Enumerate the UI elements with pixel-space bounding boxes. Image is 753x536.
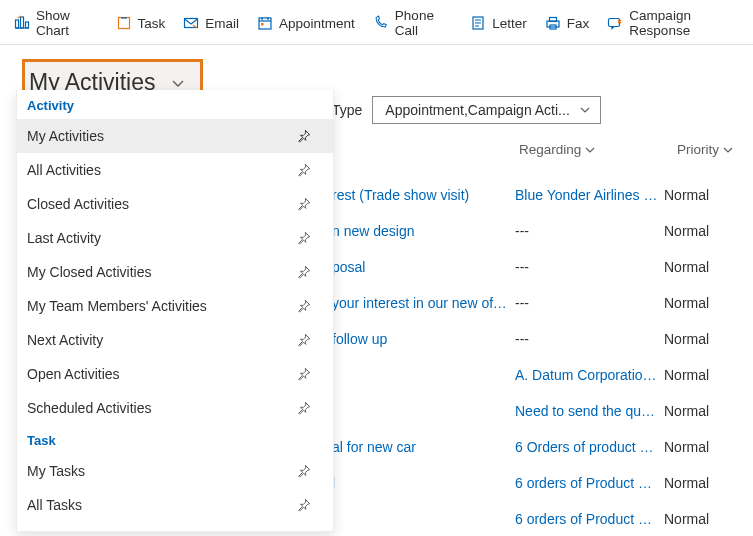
- cell-subject[interactable]: follow up: [332, 331, 515, 347]
- cell-regarding[interactable]: 6 orders of Product SKU .: [515, 511, 664, 527]
- command-bar: Show Chart Task Email Appointment Phone …: [0, 0, 753, 45]
- toolbar-label: Letter: [492, 16, 527, 31]
- table-row[interactable]: follow up---Normal: [332, 320, 741, 356]
- dropdown-item[interactable]: Next Activity: [17, 323, 333, 357]
- campaign-icon: [607, 15, 623, 31]
- dropdown-item-label: My Tasks: [27, 463, 85, 479]
- cell-subject[interactable]: your interest in our new offerings: [332, 295, 515, 311]
- appointment-button[interactable]: Appointment: [257, 15, 355, 31]
- cell-subject[interactable]: n new design: [332, 223, 515, 239]
- svg-rect-5: [259, 18, 271, 29]
- type-filter-value: Appointment,Campaign Acti...: [385, 102, 569, 118]
- cell-regarding[interactable]: A. Datum Corporation (sa: [515, 367, 664, 383]
- dropdown-item[interactable]: My Team Members' Activities: [17, 289, 333, 323]
- fax-button[interactable]: Fax: [545, 15, 590, 31]
- cell-regarding[interactable]: ---: [515, 295, 664, 311]
- chart-icon: [14, 15, 30, 31]
- chevron-down-icon: [723, 145, 733, 155]
- cell-regarding[interactable]: 6 Orders of product sku J: [515, 439, 664, 455]
- pin-icon: [297, 197, 311, 211]
- task-button[interactable]: Task: [116, 15, 166, 31]
- letter-icon: [470, 15, 486, 31]
- dropdown-item[interactable]: My Tasks: [17, 454, 333, 488]
- cell-priority: Normal: [664, 475, 724, 491]
- calendar-icon: [257, 15, 273, 31]
- table-row[interactable]: 6 orders of Product SKU .Normal: [332, 500, 741, 536]
- svg-rect-6: [261, 23, 264, 26]
- column-header-priority[interactable]: Priority: [677, 142, 733, 157]
- cell-priority: Normal: [664, 187, 724, 203]
- cell-subject[interactable]: posal: [332, 259, 515, 275]
- type-filter-label: Type: [332, 102, 362, 118]
- cell-regarding[interactable]: ---: [515, 223, 664, 239]
- dropdown-item-label: Open Activities: [27, 366, 120, 382]
- view-dropdown-scroll[interactable]: ActivityMy ActivitiesAll ActivitiesClose…: [17, 90, 333, 531]
- toolbar-label: Show Chart: [36, 8, 98, 38]
- chevron-down-icon: [170, 75, 186, 91]
- table-row[interactable]: n new design---Normal: [332, 212, 741, 248]
- chevron-down-icon: [580, 105, 590, 115]
- cell-regarding[interactable]: Need to send the quotati: [515, 403, 664, 419]
- dropdown-item[interactable]: All Activities: [17, 153, 333, 187]
- cell-subject[interactable]: rest (Trade show visit): [332, 187, 515, 203]
- svg-rect-2: [26, 22, 29, 28]
- pin-icon: [297, 401, 311, 415]
- column-header-label: Priority: [677, 142, 719, 157]
- svg-rect-3: [118, 18, 129, 29]
- dropdown-item[interactable]: All Tasks: [17, 488, 333, 522]
- dropdown-section-header: Phone Call: [17, 522, 333, 531]
- cell-priority: Normal: [664, 295, 724, 311]
- table-row[interactable]: Need to send the quotatiNormal: [332, 392, 741, 428]
- pin-icon: [297, 129, 311, 143]
- letter-button[interactable]: Letter: [470, 15, 527, 31]
- cell-regarding[interactable]: ---: [515, 259, 664, 275]
- dropdown-item-label: Scheduled Activities: [27, 400, 152, 416]
- email-button[interactable]: Email: [183, 15, 239, 31]
- grid-body: rest (Trade show visit)Blue Yonder Airli…: [332, 176, 741, 536]
- dropdown-item[interactable]: Scheduled Activities: [17, 391, 333, 425]
- table-row[interactable]: posal---Normal: [332, 248, 741, 284]
- cell-regarding[interactable]: ---: [515, 331, 664, 347]
- dropdown-section-header: Task: [17, 425, 333, 454]
- dropdown-section-header: Activity: [17, 90, 333, 119]
- type-filter-select[interactable]: Appointment,Campaign Acti...: [372, 96, 600, 124]
- toolbar-label: Email: [205, 16, 239, 31]
- show-chart-button[interactable]: Show Chart: [14, 8, 98, 38]
- table-row[interactable]: rest (Trade show visit)Blue Yonder Airli…: [332, 176, 741, 212]
- cell-regarding[interactable]: 6 orders of Product SKU .: [515, 475, 664, 491]
- cell-priority: Normal: [664, 439, 724, 455]
- cell-subject[interactable]: l: [332, 475, 515, 491]
- table-row[interactable]: al for new car6 Orders of product sku JN…: [332, 428, 741, 464]
- cell-priority: Normal: [664, 223, 724, 239]
- pin-icon: [297, 498, 311, 512]
- dropdown-item[interactable]: My Closed Activities: [17, 255, 333, 289]
- dropdown-item-label: Last Activity: [27, 230, 101, 246]
- view-dropdown: ActivityMy ActivitiesAll ActivitiesClose…: [16, 90, 334, 532]
- column-header-regarding[interactable]: Regarding: [519, 142, 595, 157]
- cell-priority: Normal: [664, 331, 724, 347]
- toolbar-label: Phone Call: [395, 8, 452, 38]
- dropdown-item-label: My Closed Activities: [27, 264, 151, 280]
- campaign-response-button[interactable]: Campaign Response: [607, 8, 741, 38]
- cell-priority: Normal: [664, 259, 724, 275]
- phone-call-button[interactable]: Phone Call: [373, 8, 452, 38]
- filter-row: Type Appointment,Campaign Acti...: [332, 96, 733, 124]
- dropdown-item[interactable]: Open Activities: [17, 357, 333, 391]
- cell-subject[interactable]: al for new car: [332, 439, 515, 455]
- dropdown-item[interactable]: My Activities: [17, 119, 333, 153]
- table-row[interactable]: A. Datum Corporation (saNormal: [332, 356, 741, 392]
- toolbar-label: Campaign Response: [629, 8, 741, 38]
- dropdown-item[interactable]: Closed Activities: [17, 187, 333, 221]
- cell-priority: Normal: [664, 367, 724, 383]
- svg-rect-1: [21, 17, 24, 28]
- dropdown-item-label: My Activities: [27, 128, 104, 144]
- cell-priority: Normal: [664, 511, 724, 527]
- dropdown-item[interactable]: Last Activity: [17, 221, 333, 255]
- cell-regarding[interactable]: Blue Yonder Airlines (sam: [515, 187, 664, 203]
- chevron-down-icon: [585, 145, 595, 155]
- pin-icon: [297, 265, 311, 279]
- table-row[interactable]: l6 orders of Product SKU .Normal: [332, 464, 741, 500]
- column-header-label: Regarding: [519, 142, 581, 157]
- pin-icon: [297, 464, 311, 478]
- table-row[interactable]: your interest in our new offerings---Nor…: [332, 284, 741, 320]
